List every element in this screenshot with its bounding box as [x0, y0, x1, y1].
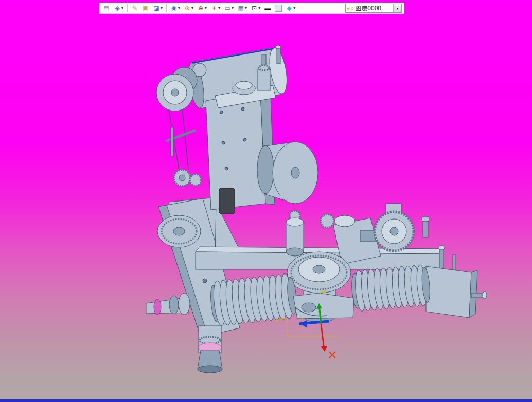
chevron-down-icon[interactable]: ▾ — [205, 4, 207, 12]
chevron-down-icon: ▼ — [396, 7, 399, 10]
render-mode-button[interactable]: ◉ ▾ — [169, 3, 181, 13]
chevron-down-icon[interactable]: ▾ — [121, 4, 123, 12]
window-bottom-edge — [0, 399, 532, 402]
monitor-view-button[interactable]: ⊡ ▾ — [250, 3, 261, 13]
machine-base[interactable] — [146, 197, 487, 373]
chevron-down-icon[interactable]: ▾ — [293, 4, 295, 12]
zoom-button[interactable]: ⊕ ▾ — [196, 3, 208, 13]
solid-feature-icon: ▣ — [142, 4, 149, 12]
floating-toolbar: ▤ ◈ ▾ ✎ ▣ ◪ ▾ ◉ ▾ ⊛ ▾ ⊕ ▾ + ▾ ▭ ▾ ▦ ▾ ⊡ — [99, 3, 404, 14]
color-swatch-button[interactable] — [274, 3, 283, 13]
monitor-view-icon: ⊡ — [251, 4, 258, 12]
sketch-pencil-icon: ✎ — [131, 4, 138, 12]
solid-feature-button[interactable]: ▣ — [141, 3, 150, 13]
lightbulb-icon: ● — [347, 5, 350, 11]
window-button[interactable]: ▤ — [102, 3, 111, 13]
x-axis-arrow — [321, 324, 324, 350]
layer-color-icon: ○ — [351, 5, 354, 11]
pick-tool-icon: ◈ — [114, 4, 121, 12]
line-width-icon: ▬ — [264, 4, 271, 12]
sketch-button[interactable]: ✎ — [130, 3, 139, 13]
render-sphere-icon: ◉ — [170, 4, 178, 12]
layer-combo[interactable]: ● ○ 图层0000 ▼ — [345, 4, 402, 13]
pan-icon: + — [210, 4, 218, 12]
window-select-button[interactable]: ▭ ▾ — [223, 3, 235, 13]
color-swatch-icon — [275, 5, 282, 12]
toolbar-separator — [166, 4, 167, 12]
color-wheel-button[interactable]: ⊛ ▾ — [183, 3, 194, 13]
chevron-down-icon[interactable]: ▾ — [191, 4, 193, 12]
display-grid-button[interactable]: ▦ ▾ — [236, 3, 248, 13]
cube-view-button[interactable]: ◪ ▾ — [152, 3, 164, 13]
pan-button[interactable]: + ▾ — [209, 3, 221, 13]
chevron-down-icon[interactable]: ▾ — [218, 4, 220, 12]
layer-name: 图层0000 — [355, 4, 393, 13]
machine-head[interactable] — [156, 45, 318, 214]
material-face-button[interactable]: ◆ ▾ — [285, 3, 296, 13]
cad-viewport[interactable] — [138, 40, 489, 375]
color-wheel-icon: ⊛ — [184, 4, 191, 12]
display-grid-icon: ▦ — [237, 4, 244, 12]
chevron-down-icon[interactable]: ▾ — [258, 4, 260, 12]
zoom-icon: ⊕ — [197, 4, 204, 12]
window-select-icon: ▭ — [224, 4, 231, 12]
chevron-down-icon[interactable]: ▾ — [161, 4, 163, 12]
pick-tool-button[interactable]: ◈ ▾ — [113, 3, 125, 13]
chevron-down-icon[interactable]: ▾ — [178, 4, 180, 12]
chevron-down-icon[interactable]: ▾ — [232, 4, 234, 12]
line-width-button[interactable]: ▬ — [263, 3, 272, 13]
toolbar-separator — [127, 4, 128, 12]
cube-view-icon: ◪ — [153, 4, 160, 12]
chevron-down-icon[interactable]: ▾ — [245, 4, 247, 12]
window-icon: ▤ — [103, 4, 110, 12]
x-axis-marker — [329, 352, 335, 358]
layer-combo-dropdown[interactable]: ▼ — [393, 4, 401, 12]
material-face-icon: ◆ — [286, 4, 293, 12]
